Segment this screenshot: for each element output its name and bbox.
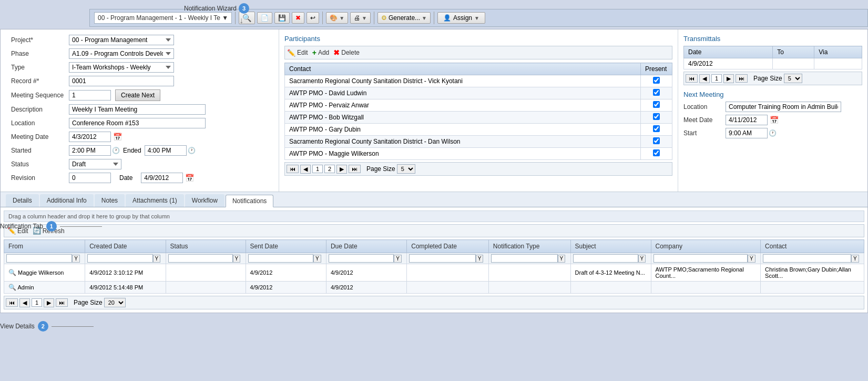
notif-filter-input-contact[interactable]: [763, 254, 851, 263]
started-input[interactable]: [69, 145, 111, 156]
location-input[interactable]: [69, 118, 206, 128]
meeting-date-input[interactable]: [69, 132, 111, 142]
transmittals-prev-page[interactable]: ◀: [699, 74, 710, 83]
notif-last-page[interactable]: ⏭: [56, 298, 68, 307]
participants-first-page[interactable]: ⏮: [287, 165, 299, 173]
transmittals-page-size-select[interactable]: 5: [784, 74, 802, 83]
nm-calendar-icon[interactable]: 📅: [770, 116, 779, 124]
participants-page-size-select[interactable]: 5: [397, 164, 415, 174]
notif-first-page[interactable]: ⏮: [6, 298, 18, 307]
phase-select[interactable]: A1.09 - Program Controls Develop...: [69, 48, 174, 59]
notif-filter-input-company[interactable]: [653, 254, 748, 263]
notif-filter-btn-created_date[interactable]: Y: [153, 255, 161, 263]
participant-present-checkbox[interactable]: [653, 149, 660, 156]
participants-add-button[interactable]: + Add: [312, 48, 330, 57]
color-button[interactable]: 🎨 ▼: [326, 12, 348, 24]
participants-page-2[interactable]: 2: [324, 165, 335, 173]
tab-notes[interactable]: Notes: [95, 194, 125, 207]
participants-table: Contact Present Sacramento Regional Coun…: [284, 63, 672, 160]
notif-filter-input-sent_date[interactable]: [248, 254, 313, 263]
notif-filter-btn-sent_date[interactable]: Y: [313, 255, 321, 263]
assign-button[interactable]: 👤 Assign ▼: [437, 12, 485, 24]
transmittals-next-page[interactable]: ▶: [723, 74, 734, 83]
notif-filter-input-created_date[interactable]: [87, 254, 152, 263]
ended-clock-icon: 🕐: [188, 147, 196, 154]
participant-present-cell[interactable]: [641, 148, 672, 160]
participants-prev-page[interactable]: ◀: [300, 165, 311, 174]
participants-row: AWTP PMO - Bob Witzgall: [285, 112, 672, 124]
notif-filter-btn-subject[interactable]: Y: [638, 255, 646, 263]
nm-meet-date-label: Meet Date: [683, 116, 726, 124]
notif-view-icon[interactable]: 🔍: [8, 269, 16, 276]
tab-workflow[interactable]: Workflow: [185, 194, 224, 207]
delete-button[interactable]: ✖: [292, 12, 304, 24]
create-next-button[interactable]: Create Next: [115, 89, 160, 101]
undo-button[interactable]: ↩: [307, 12, 319, 24]
print-button[interactable]: 🖨 ▼: [350, 12, 371, 24]
notif-filter-btn-from[interactable]: Y: [72, 255, 80, 263]
notif-page-size-select[interactable]: 20: [104, 298, 126, 307]
nm-location-input[interactable]: [726, 102, 841, 112]
location-row: Location: [11, 118, 268, 128]
notif-filter-btn-completed_date[interactable]: Y: [476, 255, 484, 263]
notif-filter-input-completed_date[interactable]: [409, 254, 476, 263]
notif-prev-page[interactable]: ◀: [19, 298, 30, 307]
tab-notifications[interactable]: Notifications: [226, 195, 273, 207]
participant-present-checkbox[interactable]: [653, 89, 660, 96]
participant-present-checkbox[interactable]: [653, 77, 660, 84]
type-select[interactable]: I-Team Workshops - Weekly: [69, 62, 174, 73]
notif-filter-input-from[interactable]: [6, 254, 72, 263]
participants-last-page[interactable]: ⏭: [349, 165, 361, 173]
participants-next-page[interactable]: ▶: [336, 165, 347, 174]
nm-start-input[interactable]: [726, 128, 768, 138]
tab-additional-info[interactable]: Additional Info: [40, 194, 94, 207]
notif-filter-input-subject[interactable]: [573, 254, 638, 263]
view-details-callout-line: [52, 326, 94, 327]
tab-details[interactable]: Details: [6, 194, 39, 207]
new-button[interactable]: 📄: [257, 12, 272, 24]
description-input[interactable]: [69, 104, 206, 115]
notif-filter-btn-notification_type[interactable]: Y: [558, 255, 566, 263]
undo-icon: ↩: [310, 14, 315, 22]
participant-present-checkbox[interactable]: [653, 113, 660, 120]
notif-filter-btn-company[interactable]: Y: [748, 255, 755, 263]
date-input[interactable]: [141, 173, 183, 183]
callout-area: DetailsAdditional InfoNotesAttachments (…: [1, 192, 867, 313]
notif-filter-input-status[interactable]: [168, 254, 233, 263]
participant-present-cell[interactable]: [641, 112, 672, 124]
record-input[interactable]: [69, 76, 174, 86]
notif-view-icon[interactable]: 🔍: [8, 284, 16, 291]
participant-present-checkbox[interactable]: [653, 137, 660, 144]
participant-present-checkbox[interactable]: [653, 125, 660, 132]
participant-contact-cell: Sacramento Regional County Sanitation Di…: [285, 75, 641, 87]
notif-filter-input-notification_type[interactable]: [491, 254, 558, 263]
participant-present-cell[interactable]: [641, 136, 672, 148]
participant-present-cell[interactable]: [641, 99, 672, 112]
notif-filter-btn-due_date[interactable]: Y: [394, 255, 402, 263]
tab-attachments[interactable]: Attachments (1): [126, 194, 184, 207]
notif-filter-btn-status[interactable]: Y: [233, 255, 241, 263]
meeting-seq-input[interactable]: [69, 90, 111, 101]
notif-next-page[interactable]: ▶: [44, 298, 54, 307]
nm-meet-date-input[interactable]: [726, 115, 768, 125]
meeting-date-calendar-icon[interactable]: 📅: [113, 133, 122, 141]
transmittals-last-page[interactable]: ⏭: [736, 74, 748, 83]
revision-input[interactable]: [69, 173, 111, 183]
project-select[interactable]: 00 - Program Management: [69, 35, 174, 45]
date-calendar-icon[interactable]: 📅: [185, 174, 194, 182]
toolbar-title[interactable]: 00 - Program Management - 1 - Weekly I T…: [94, 12, 232, 24]
participants-delete-button[interactable]: ✖ Delete: [333, 48, 360, 57]
participant-present-cell[interactable]: [641, 75, 672, 87]
participant-present-cell[interactable]: [641, 124, 672, 136]
ended-input[interactable]: [145, 145, 187, 156]
participant-present-cell[interactable]: [641, 87, 672, 99]
participants-edit-button[interactable]: ✏️ Edit: [287, 49, 308, 57]
notif-filter-btn-contact[interactable]: Y: [851, 255, 859, 263]
notif-filter-input-due_date[interactable]: [329, 254, 394, 263]
transmittals-first-page[interactable]: ⏮: [686, 74, 698, 83]
nm-clock-icon: 🕐: [769, 129, 777, 137]
generate-button[interactable]: ⚙ Generate... ▼: [377, 12, 431, 24]
save-button[interactable]: 💾: [274, 12, 290, 24]
participant-present-checkbox[interactable]: [653, 101, 660, 108]
status-select[interactable]: Draft: [69, 159, 121, 169]
